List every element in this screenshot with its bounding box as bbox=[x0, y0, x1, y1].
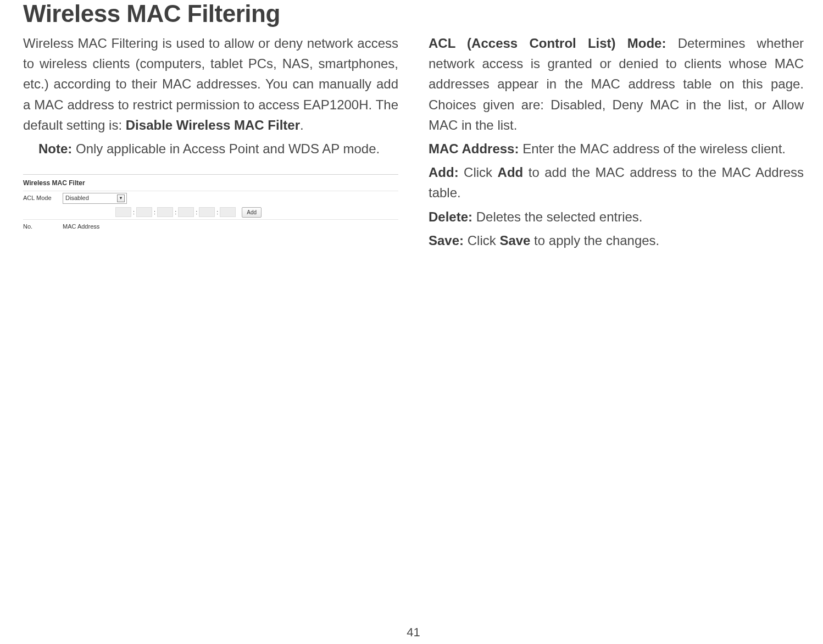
mac-octet-1[interactable] bbox=[115, 207, 131, 217]
mac-text: Enter the MAC address of the wireless cl… bbox=[519, 141, 786, 156]
acl-mode-label: ACL Mode bbox=[23, 193, 63, 203]
colon: : bbox=[154, 208, 155, 217]
delete-paragraph: Delete: Deletes the selected entries. bbox=[429, 207, 804, 227]
add-pre: Click bbox=[459, 165, 498, 180]
colon: : bbox=[196, 208, 197, 217]
mac-paragraph: MAC Address: Enter the MAC address of th… bbox=[429, 138, 804, 159]
delete-label: Delete: bbox=[429, 209, 472, 224]
acl-label: ACL (Access Control List) Mode: bbox=[429, 36, 666, 51]
intro-paragraph: Wireless MAC Filtering is used to allow … bbox=[23, 33, 398, 135]
page-number: 41 bbox=[23, 625, 804, 644]
delete-text: Deletes the selected entries. bbox=[472, 209, 643, 224]
save-paragraph: Save: Click Save to apply the changes. bbox=[429, 230, 804, 251]
note-line: Note: Only applicable in Access Point an… bbox=[23, 138, 398, 159]
right-column: ACL (Access Control List) Mode: Determin… bbox=[429, 33, 804, 254]
colon: : bbox=[133, 208, 135, 217]
mac-input-row: : : : : : Add bbox=[23, 206, 398, 220]
add-bold: Add bbox=[498, 165, 524, 180]
save-bold: Save bbox=[499, 233, 530, 248]
save-label: Save: bbox=[429, 233, 464, 248]
left-column: Wireless MAC Filtering is used to allow … bbox=[23, 33, 398, 254]
mac-octet-5[interactable] bbox=[199, 207, 215, 217]
intro-bold: Disable Wireless MAC Filter bbox=[126, 118, 300, 132]
add-button[interactable]: Add bbox=[242, 207, 262, 218]
mac-octet-6[interactable] bbox=[220, 207, 236, 217]
acl-paragraph: ACL (Access Control List) Mode: Determin… bbox=[429, 33, 804, 135]
add-label: Add: bbox=[429, 165, 459, 180]
mac-octet-3[interactable] bbox=[157, 207, 173, 217]
add-paragraph: Add: Click Add to add the MAC address to… bbox=[429, 162, 804, 203]
col-no: No. bbox=[23, 222, 63, 231]
embedded-screenshot: Wireless MAC Filter ACL Mode Disabled ▼ … bbox=[23, 174, 398, 234]
page-title: Wireless MAC Filtering bbox=[23, 0, 804, 27]
note-text: Only applicable in Access Point and WDS … bbox=[72, 141, 380, 156]
acl-mode-value: Disabled bbox=[65, 193, 89, 203]
colon: : bbox=[216, 208, 218, 217]
mac-table-header: No. MAC Address bbox=[23, 219, 398, 234]
mac-octet-4[interactable] bbox=[178, 207, 194, 217]
save-pre: Click bbox=[464, 233, 499, 248]
note-label: Note: bbox=[38, 141, 72, 156]
panel-title: Wireless MAC Filter bbox=[23, 178, 398, 188]
col-mac: MAC Address bbox=[63, 222, 99, 231]
content-columns: Wireless MAC Filtering is used to allow … bbox=[23, 33, 804, 254]
chevron-down-icon: ▼ bbox=[117, 195, 125, 202]
mac-octet-inputs: : : : : : Add bbox=[115, 207, 262, 218]
mac-label: MAC Address: bbox=[429, 141, 519, 156]
acl-row: ACL Mode Disabled ▼ bbox=[23, 191, 398, 206]
acl-mode-select[interactable]: Disabled ▼ bbox=[63, 193, 127, 204]
mac-octet-2[interactable] bbox=[136, 207, 152, 217]
intro-end: . bbox=[300, 118, 304, 132]
save-post: to apply the changes. bbox=[530, 233, 659, 248]
colon: : bbox=[175, 208, 176, 217]
